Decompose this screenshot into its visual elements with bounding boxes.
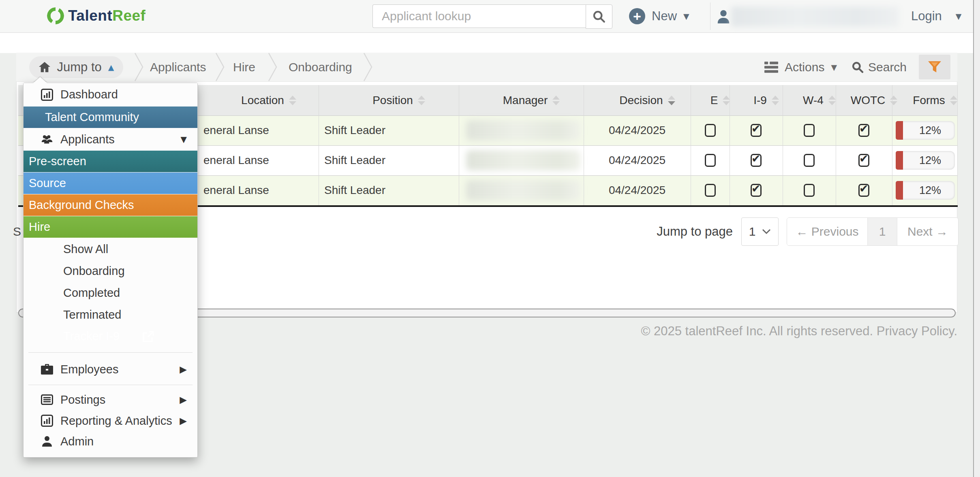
- cell-decision: 04/24/2025: [584, 115, 691, 145]
- actions-button[interactable]: Actions ▼: [764, 53, 837, 81]
- checkbox-w4[interactable]: [804, 184, 815, 197]
- column-divider: [892, 85, 892, 205]
- brand-logo[interactable]: TalentReef: [47, 7, 146, 24]
- menu-item-hire[interactable]: Hire: [24, 216, 197, 238]
- cell-position: Shift Leader: [324, 115, 458, 145]
- cell-manager-blurred: [466, 180, 580, 200]
- next-page-button[interactable]: Next →: [897, 218, 958, 245]
- menu-item-applicants[interactable]: Applicants ▼: [24, 128, 197, 150]
- cell-i9-checkbox: [730, 145, 783, 175]
- page-select[interactable]: 1: [741, 217, 779, 246]
- privacy-policy-link[interactable]: Privacy Policy.: [877, 324, 957, 338]
- checkbox-wotc[interactable]: [858, 124, 869, 137]
- menu-item-background-checks[interactable]: Background Checks: [24, 194, 197, 216]
- column-header-manager[interactable]: Manager: [477, 85, 586, 115]
- column-divider: [199, 85, 199, 205]
- previous-page-button[interactable]: ← Previous: [787, 218, 867, 245]
- menu-item-completed[interactable]: Completed: [24, 282, 197, 304]
- column-header-forms[interactable]: Forms: [910, 85, 960, 115]
- menu-item-pre-screen[interactable]: Pre-screen: [24, 151, 197, 172]
- checkbox-e[interactable]: [705, 184, 716, 197]
- menu-item-postings[interactable]: Postings ▶: [24, 389, 197, 410]
- forms-progress-fill: [896, 151, 903, 170]
- vertical-scrollbar[interactable]: [973, 0, 980, 477]
- checkbox-e[interactable]: [705, 124, 716, 137]
- cell-i9-checkbox: [730, 175, 783, 205]
- menu-item-source[interactable]: Source: [24, 172, 197, 194]
- sort-icon: [723, 96, 730, 105]
- cell-wotc-checkbox: [836, 175, 892, 205]
- cell-decision: 04/24/2025: [584, 175, 691, 205]
- menu-item-dashboard[interactable]: Dashboard: [24, 83, 197, 106]
- column-header-decision[interactable]: Decision: [602, 85, 693, 115]
- breadcrumb-separator: [267, 53, 278, 81]
- menu-pointer: [33, 77, 47, 83]
- login-label: Login: [911, 9, 942, 23]
- column-header-wotc[interactable]: WOTC: [854, 85, 894, 115]
- cell-position: Shift Leader: [324, 145, 458, 175]
- applicant-lookup-search-button[interactable]: [586, 4, 612, 29]
- search-icon: [592, 10, 606, 23]
- current-page-button[interactable]: 1: [867, 218, 897, 245]
- checkbox-wotc[interactable]: [858, 154, 869, 167]
- breadcrumb-onboarding[interactable]: Onboarding: [289, 53, 352, 81]
- brand-wordmark: TalentReef: [68, 7, 146, 24]
- analytics-chart-icon: [41, 415, 53, 427]
- menu-divider: [28, 385, 193, 385]
- home-icon: [39, 62, 51, 73]
- topbar-gap: [0, 33, 980, 53]
- menu-item-employees[interactable]: Employees ▶: [24, 358, 197, 381]
- forms-progress-label: 12%: [905, 181, 955, 200]
- login-menu[interactable]: Login ▼: [911, 0, 961, 32]
- search-toggle-button[interactable]: Search: [851, 53, 907, 81]
- jump-to-caret-up-icon: ▲: [108, 63, 114, 72]
- jump-to-button[interactable]: Jump to ▲: [29, 56, 123, 78]
- checkbox-wotc[interactable]: [858, 184, 869, 197]
- column-header-position[interactable]: Position: [337, 85, 461, 115]
- user-icon: [716, 9, 731, 24]
- column-header-location[interactable]: Location: [217, 85, 321, 115]
- menu-item-show-all[interactable]: Show All: [24, 238, 197, 260]
- menu-item-admin[interactable]: Admin: [24, 431, 197, 451]
- cell-e-checkbox: [691, 145, 730, 175]
- new-caret-down-icon: ▼: [683, 12, 689, 21]
- menu-item-talent-community[interactable]: Talent Community: [24, 106, 197, 128]
- cell-wotc-checkbox: [836, 145, 892, 175]
- new-button[interactable]: + New ▼: [629, 0, 710, 32]
- applicant-lookup-input[interactable]: [372, 4, 586, 28]
- checkbox-i9[interactable]: [751, 184, 762, 197]
- cell-location: eneral Lanse: [203, 115, 317, 145]
- column-header-e[interactable]: E: [709, 85, 732, 115]
- checkbox-e[interactable]: [705, 154, 716, 167]
- menu-item-tracker-i9[interactable]: Tracker I-9: [24, 326, 197, 347]
- breadcrumb-hire[interactable]: Hire: [233, 53, 255, 81]
- breadcrumb-applicants[interactable]: Applicants: [150, 53, 206, 81]
- cell-decision: 04/24/2025: [584, 145, 691, 175]
- column-divider: [836, 85, 836, 205]
- menu-item-reporting-analytics[interactable]: Reporting & Analytics ▶: [24, 410, 197, 431]
- login-caret-down-icon: ▼: [956, 12, 962, 21]
- checkbox-i9[interactable]: [751, 124, 762, 137]
- sort-icon: [289, 96, 296, 105]
- breadcrumb-separator: [215, 53, 225, 81]
- column-header-w4[interactable]: W-4: [801, 85, 838, 115]
- breadcrumb-separator: [363, 53, 373, 81]
- actions-list-icon: [764, 62, 778, 73]
- breadcrumb-separator: [134, 53, 144, 81]
- pager: ← Previous 1 Next →: [787, 217, 959, 246]
- filter-button[interactable]: [919, 55, 950, 79]
- footer-copyright: © 2025 talentReef Inc. All rights reserv…: [422, 324, 957, 339]
- new-label: New: [652, 9, 677, 23]
- cell-e-checkbox: [691, 115, 730, 145]
- checkbox-w4[interactable]: [804, 124, 815, 137]
- menu-item-onboarding[interactable]: Onboarding: [24, 260, 197, 282]
- column-header-i9[interactable]: I-9: [748, 85, 785, 115]
- search-label: Search: [868, 60, 907, 74]
- filter-funnel-icon: [928, 61, 941, 74]
- users-icon: [41, 134, 53, 145]
- menu-item-terminated[interactable]: Terminated: [24, 304, 197, 326]
- caret-right-icon: ▶: [180, 415, 187, 426]
- sort-icon-descending: [668, 96, 675, 105]
- checkbox-i9[interactable]: [751, 154, 762, 167]
- checkbox-w4[interactable]: [804, 154, 815, 167]
